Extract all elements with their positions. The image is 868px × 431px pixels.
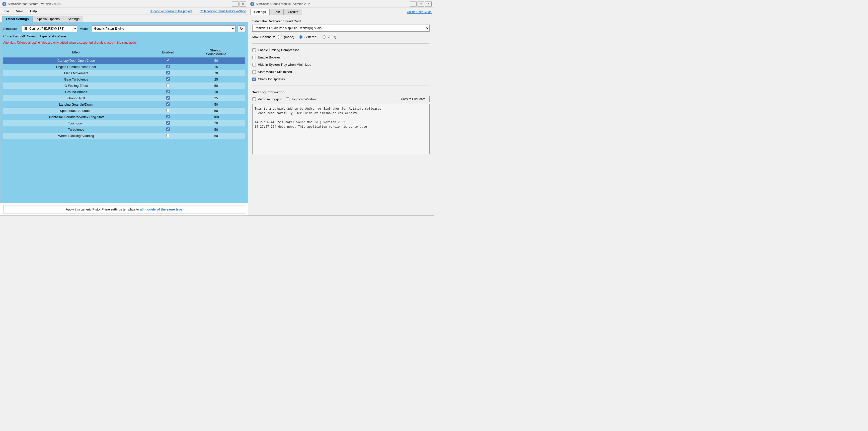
copy-to-clipboard-button[interactable]: Copy to ClipBoard bbox=[397, 96, 430, 102]
strength-cell: 50 bbox=[187, 107, 245, 114]
right-minimize-button[interactable]: ─ bbox=[410, 1, 416, 6]
tab-settings[interactable]: Settings bbox=[64, 16, 83, 22]
menu-file[interactable]: File bbox=[2, 9, 10, 13]
effect-enabled-checkbox[interactable] bbox=[166, 90, 170, 93]
text-log-textarea[interactable] bbox=[252, 104, 430, 154]
checkbox-check-updates[interactable]: Check for Updates bbox=[252, 77, 430, 81]
simulation-row: Simulation: SimConnect(P3D/FSX/MSFS) Mod… bbox=[3, 25, 245, 32]
effect-enabled-checkbox[interactable] bbox=[166, 115, 170, 118]
enabled-cell bbox=[149, 133, 187, 139]
left-window: S SimShaker for Aviators - Version 2.6.0… bbox=[0, 0, 248, 216]
checkbox-hstm-input[interactable] bbox=[252, 63, 256, 66]
refresh-button[interactable]: ↻ bbox=[238, 25, 245, 32]
effect-enabled-checkbox[interactable] bbox=[166, 77, 170, 81]
warning-message: Attention: Tailored aircraft entries are… bbox=[3, 41, 136, 44]
enabled-cell bbox=[149, 114, 187, 120]
text-log-label: Text Log Information bbox=[252, 90, 430, 94]
strength-cell: 25 bbox=[187, 95, 245, 101]
effect-name-cell: G Feeling Effect bbox=[3, 83, 149, 89]
enabled-cell bbox=[149, 89, 187, 95]
right-tab-settings[interactable]: Settings bbox=[250, 9, 270, 15]
checkbox-enable-booster[interactable]: Enable Booster bbox=[252, 56, 430, 59]
left-title-left: S SimShaker for Aviators - Version 2.6.0… bbox=[2, 2, 61, 6]
model-label: Model: bbox=[80, 27, 89, 31]
simulation-label: Simulation: bbox=[3, 27, 19, 31]
strength-cell: 50 bbox=[187, 83, 245, 89]
checkbox-elc-input[interactable] bbox=[252, 49, 256, 52]
effect-enabled-checkbox[interactable] bbox=[166, 109, 170, 112]
verbose-logging-checkbox[interactable]: Verbose Logging bbox=[252, 97, 282, 101]
radio-group-channels: 1 (mono) 2 (stereo) 6 (5.1) bbox=[277, 35, 336, 39]
checkbox-eb-input[interactable] bbox=[252, 56, 256, 59]
effect-enabled-checkbox[interactable] bbox=[166, 58, 170, 62]
tab-effect-settings[interactable]: Effect Settings bbox=[2, 16, 33, 22]
checkbox-cfu-input[interactable] bbox=[252, 78, 256, 81]
left-tabs-bar: Effect Settings Special Options Settings bbox=[0, 15, 248, 22]
minimize-button[interactable]: ─ bbox=[232, 1, 239, 6]
verbose-logging-input[interactable] bbox=[252, 97, 256, 101]
radio-stereo[interactable]: 2 (stereo) bbox=[299, 35, 317, 39]
radio-mono-input[interactable] bbox=[277, 35, 280, 39]
enabled-cell bbox=[149, 57, 187, 64]
effect-enabled-checkbox[interactable] bbox=[166, 121, 170, 125]
effect-name-cell: Wheel Blocking/Skidding bbox=[3, 133, 149, 139]
effect-enabled-checkbox[interactable] bbox=[166, 65, 170, 68]
text-log-section: Text Log Information Verbose Logging Top… bbox=[252, 90, 430, 154]
close-button[interactable]: ✕ bbox=[240, 1, 246, 6]
checkbox-smm-label: Start Module Minimized bbox=[258, 70, 292, 74]
effects-table-container: Effect Enabled StrengthSoundModule Canop… bbox=[3, 47, 245, 200]
collaboration-link[interactable]: Collaboration: Visit Andre's e-Shop bbox=[199, 9, 246, 13]
table-row: Ground Bumps10 bbox=[3, 89, 245, 95]
checkbox-smm-input[interactable] bbox=[252, 70, 256, 74]
enabled-cell bbox=[149, 64, 187, 70]
model-select[interactable]: Generic Piston Engine bbox=[92, 25, 236, 32]
effect-enabled-checkbox[interactable] bbox=[166, 96, 170, 100]
effect-name-cell: Engine Rumble/Piston Beat bbox=[3, 64, 149, 70]
right-window-title: SimShaker Sound Module | Version 2.32 bbox=[256, 2, 310, 6]
strength-cell: 70 bbox=[187, 70, 245, 76]
simulation-select[interactable]: SimConnect(P3D/FSX/MSFS) bbox=[22, 25, 77, 32]
enabled-cell bbox=[149, 70, 187, 76]
topmost-window-checkbox[interactable]: Topmost Window bbox=[286, 97, 316, 101]
right-close-button[interactable]: ✕ bbox=[425, 1, 432, 6]
menu-bar: File View Help Support or donate to the … bbox=[0, 8, 248, 15]
col-enabled: Enabled bbox=[149, 47, 187, 57]
menu-help[interactable]: Help bbox=[29, 9, 38, 13]
checkbox-start-minimized[interactable]: Start Module Minimized bbox=[252, 70, 430, 74]
main-content: Simulation: SimConnect(P3D/FSX/MSFS) Mod… bbox=[0, 22, 248, 203]
sound-card-label: Select the Dedicated Sound Card: bbox=[252, 19, 430, 23]
radio-51-input[interactable] bbox=[322, 35, 326, 39]
effect-name-cell: Speedbrake Shudders bbox=[3, 107, 149, 114]
radio-stereo-input[interactable] bbox=[299, 35, 303, 39]
strength-cell: 10 bbox=[187, 89, 245, 95]
effect-enabled-checkbox[interactable] bbox=[166, 71, 170, 74]
strength-cell: 50 bbox=[187, 126, 245, 133]
right-maximize-button[interactable]: □ bbox=[417, 1, 424, 6]
radio-51[interactable]: 6 (5.1) bbox=[322, 35, 336, 39]
enabled-cell bbox=[149, 126, 187, 133]
radio-mono[interactable]: 1 (mono) bbox=[277, 35, 294, 39]
right-tabs-left: Settings Test Credits bbox=[250, 9, 302, 15]
left-window-title: SimShaker for Aviators - Version 2.6.0.0 bbox=[8, 2, 61, 6]
table-row: Canopy/Door Open/Close50 bbox=[3, 57, 245, 64]
checkbox-hide-tray[interactable]: Hide in System Tray when Minimized bbox=[252, 63, 430, 66]
effect-enabled-checkbox[interactable] bbox=[166, 134, 170, 137]
effect-name-cell: Flaps Movement bbox=[3, 70, 149, 76]
col-effect: Effect bbox=[3, 47, 149, 57]
online-guide-link[interactable]: Online User Guide bbox=[407, 10, 432, 15]
checkbox-enable-limiting[interactable]: Enable Limiting Compressor bbox=[252, 48, 430, 52]
log-controls-row: Verbose Logging Topmost Window Copy to C… bbox=[252, 96, 430, 102]
effect-enabled-checkbox[interactable] bbox=[166, 127, 170, 131]
effect-enabled-checkbox[interactable] bbox=[166, 84, 170, 87]
topmost-window-input[interactable] bbox=[286, 97, 289, 101]
tab-special-options[interactable]: Special Options bbox=[33, 16, 63, 22]
apply-template-button[interactable]: Apply this generic PistonPlane settings … bbox=[3, 205, 245, 214]
right-tab-test[interactable]: Test bbox=[270, 9, 284, 15]
sound-card-select[interactable]: Realtek HD Audio 2nd output (2- Realtek(… bbox=[252, 25, 430, 32]
menu-view[interactable]: View bbox=[14, 9, 25, 13]
checkbox-eb-label: Enable Booster bbox=[258, 56, 280, 59]
enabled-cell bbox=[149, 120, 187, 126]
right-tab-credits[interactable]: Credits bbox=[284, 9, 302, 15]
support-link[interactable]: Support or donate to the project bbox=[150, 9, 192, 13]
effect-enabled-checkbox[interactable] bbox=[166, 102, 170, 106]
